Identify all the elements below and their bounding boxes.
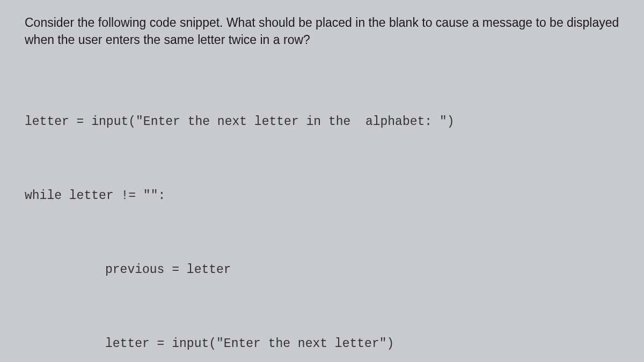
question-prompt: Consider the following code snippet. Wha…	[25, 14, 619, 48]
code-line: previous = letter	[25, 257, 619, 282]
quiz-question: Consider the following code snippet. Wha…	[0, 0, 644, 362]
code-snippet: letter = input("Enter the next letter in…	[25, 60, 619, 362]
code-line: letter = input("Enter the next letter in…	[25, 109, 619, 134]
code-line: while letter != "":	[25, 183, 619, 208]
code-line: letter = input("Enter the next letter")	[25, 331, 619, 356]
